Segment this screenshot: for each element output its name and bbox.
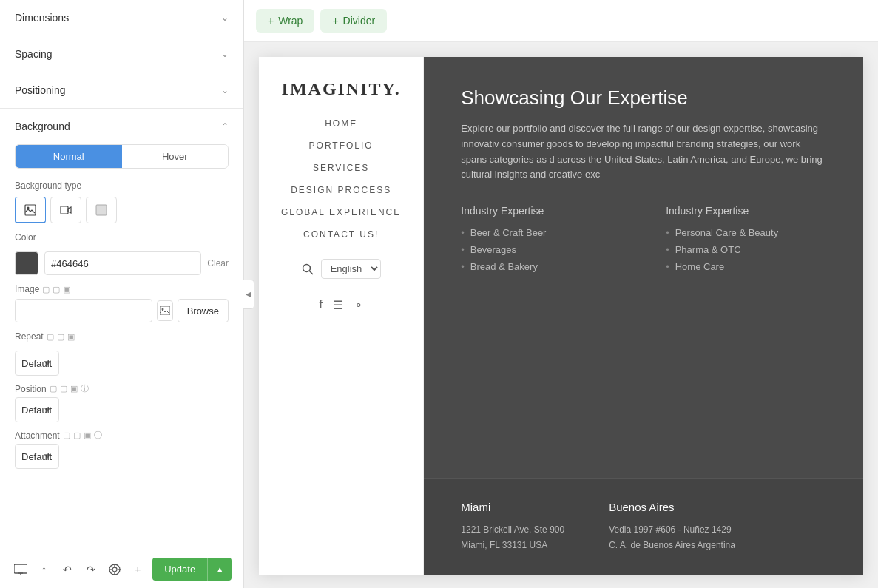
list-item: Personal Care & Beauty — [666, 227, 826, 238]
clear-color-button[interactable]: Clear — [207, 258, 229, 268]
redo-button[interactable]: ↷ — [82, 559, 100, 580]
att-icon2: ▢ — [73, 430, 81, 440]
repeat-select[interactable]: Default — [15, 351, 59, 376]
positioning-label: Positioning — [15, 84, 66, 96]
browse-button[interactable]: Browse — [178, 299, 229, 322]
left-nav-section: IMAGINITY. HOME PORTFOLIO SERVICES DESIG… — [259, 57, 424, 575]
svg-point-10 — [112, 567, 117, 572]
nav-design-process-link[interactable]: DESIGN PROCESS — [291, 185, 391, 195]
update-dropdown-button[interactable]: ▲ — [207, 558, 232, 581]
dimensions-header[interactable]: Dimensions ⌄ — [0, 0, 243, 36]
divider-button[interactable]: + Divider — [320, 9, 387, 33]
repeat-icon2: ▢ — [57, 332, 64, 342]
up-arrow-button[interactable]: ↑ — [36, 559, 53, 580]
main-area: + Wrap + Divider IMAGINITY. HOME PORTFOL… — [244, 0, 878, 588]
video-type-icon — [60, 204, 72, 216]
image-url-input[interactable] — [15, 299, 152, 322]
nav-portfolio-link[interactable]: PORTFOLIO — [309, 141, 374, 151]
positioning-header[interactable]: Positioning ⌄ — [0, 72, 243, 108]
top-action-bar: + Wrap + Divider — [244, 0, 878, 42]
collapse-handle[interactable]: ◀ — [243, 280, 254, 309]
att-icon1: ▢ — [63, 430, 70, 440]
repeat-row: Repeat ▢ ▢ ▣ — [15, 331, 229, 345]
nav-contact-us-link[interactable]: CONTACT US! — [303, 229, 379, 240]
image-icon-small: ▢ — [42, 285, 50, 294]
nav-services-link[interactable]: SERVICES — [313, 163, 369, 173]
color-input[interactable] — [44, 251, 201, 275]
wrap-label: Wrap — [278, 15, 303, 27]
pos-icon1: ▢ — [50, 384, 57, 393]
svg-point-15 — [303, 264, 310, 271]
spacing-header[interactable]: Spacing ⌄ — [0, 36, 243, 72]
image-label-row: Image ▢ ▢ ▣ — [15, 284, 229, 294]
hover-state-button[interactable]: Hover — [122, 145, 229, 168]
attachment-label: Attachment — [15, 430, 60, 441]
spacing-section: Spacing ⌄ — [0, 36, 243, 72]
image-icon3: ▣ — [63, 285, 70, 294]
dimensions-section: Dimensions ⌄ — [0, 0, 243, 36]
footer-baires-col: Buenos Aires Vedia 1997 #606 - Nuñez 142… — [609, 501, 735, 552]
repeat-icon1: ▢ — [47, 332, 54, 342]
positioning-chevron-icon: ⌄ — [221, 85, 229, 95]
repeat-icon3: ▣ — [67, 332, 75, 342]
main-dark-section: Showcasing Our Expertise Explore our por… — [424, 57, 863, 478]
expertise-right-list: Personal Care & Beauty Pharma & OTC Home… — [666, 227, 826, 272]
search-icon[interactable] — [302, 263, 314, 275]
position-select[interactable]: Default — [15, 397, 59, 422]
image-icon2: ▢ — [53, 285, 60, 294]
state-toggle: Normal Hover — [15, 144, 229, 169]
right-content: Showcasing Our Expertise Explore our por… — [424, 57, 863, 575]
normal-state-button[interactable]: Normal — [16, 145, 122, 168]
svg-rect-4 — [160, 306, 170, 315]
bg-type-video-button[interactable] — [50, 197, 81, 223]
update-button-group: Update ▲ — [152, 558, 232, 581]
miami-city: Miami — [461, 501, 564, 513]
dimensions-chevron-icon: ⌄ — [221, 13, 229, 23]
monitor-icon — [14, 564, 27, 575]
svg-rect-0 — [25, 205, 36, 215]
bg-type-solid-button[interactable] — [86, 197, 117, 223]
section-description: Explore our portfolio and discover the f… — [461, 121, 826, 183]
bg-type-image-button[interactable] — [15, 197, 46, 223]
list-item: Beverages — [461, 244, 621, 255]
bottom-toolbar: ↑ ↶ ↷ + Update ▲ — [0, 550, 243, 588]
media-icon — [160, 306, 170, 315]
plus-icon-button[interactable]: + — [129, 559, 147, 580]
social-row: f ☰ ⚬ — [319, 298, 362, 312]
spacing-chevron-icon: ⌄ — [221, 49, 229, 59]
language-select[interactable]: English — [321, 259, 381, 279]
background-chevron-icon: ⌃ — [221, 121, 229, 132]
svg-point-1 — [27, 206, 30, 209]
footer-miami-col: Miami 1221 Brickell Ave. Ste 900 Miami, … — [461, 501, 564, 552]
instagram-icon[interactable]: ⚬ — [354, 298, 363, 312]
miami-address: 1221 Brickell Ave. Ste 900 Miami, FL 331… — [461, 522, 564, 552]
monitor-icon-button[interactable] — [12, 559, 30, 580]
color-swatch[interactable] — [15, 251, 38, 275]
spacing-label: Spacing — [15, 48, 53, 60]
target-icon-button[interactable] — [106, 559, 124, 580]
wrap-button[interactable]: + Wrap — [256, 9, 314, 33]
svg-rect-3 — [96, 205, 107, 215]
position-info-icon[interactable]: ⓘ — [81, 383, 89, 394]
svg-rect-6 — [14, 564, 27, 573]
attachment-info-icon[interactable]: ⓘ — [94, 430, 102, 441]
expertise-right-heading: Industry Expertise — [666, 205, 826, 217]
pos-icon2: ▢ — [60, 384, 67, 393]
nav-global-experience-link[interactable]: GLOBAL EXPERIENCE — [281, 207, 401, 217]
nav-home-link[interactable]: HOME — [325, 118, 357, 129]
expertise-col-right: Industry Expertise Personal Care & Beaut… — [666, 205, 826, 278]
image-input-row: Browse — [15, 299, 229, 322]
update-button[interactable]: Update — [152, 558, 207, 581]
background-header[interactable]: Background ⌃ — [0, 109, 243, 144]
positioning-section: Positioning ⌄ — [0, 72, 243, 109]
search-language-row: English — [302, 259, 381, 279]
divider-label: Divider — [343, 15, 376, 27]
bg-type-selector — [15, 197, 229, 223]
list-item: Bread & Bakery — [461, 261, 621, 272]
facebook-icon[interactable]: f — [319, 298, 322, 312]
undo-button[interactable]: ↶ — [58, 559, 76, 580]
pinterest-icon[interactable]: ☰ — [333, 298, 343, 312]
divider-plus-icon: + — [332, 15, 338, 27]
attachment-select[interactable]: Default — [15, 444, 59, 469]
media-icon-button[interactable] — [157, 300, 173, 321]
